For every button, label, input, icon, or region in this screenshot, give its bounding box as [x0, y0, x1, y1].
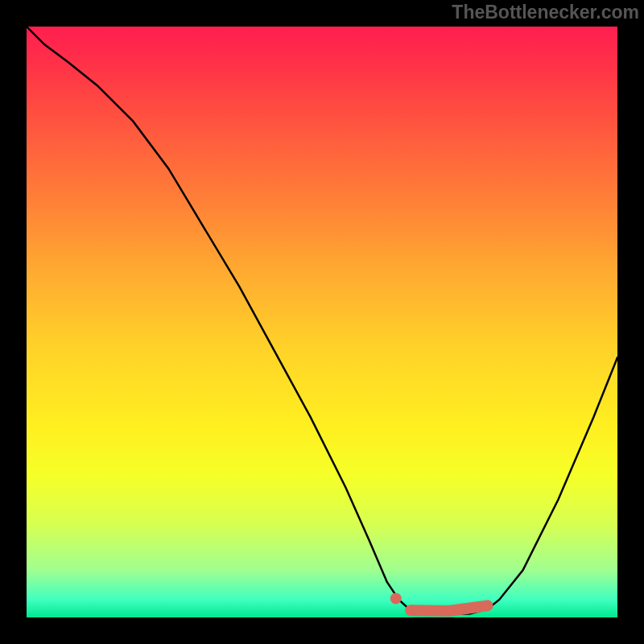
- chart-container: TheBottlenecker.com: [0, 0, 644, 644]
- highlight-segment: [411, 605, 487, 611]
- chart-svg: [27, 27, 617, 617]
- bottleneck-curve: [27, 27, 617, 614]
- watermark-text: TheBottlenecker.com: [452, 2, 639, 23]
- highlight-marker-dot: [390, 593, 402, 605]
